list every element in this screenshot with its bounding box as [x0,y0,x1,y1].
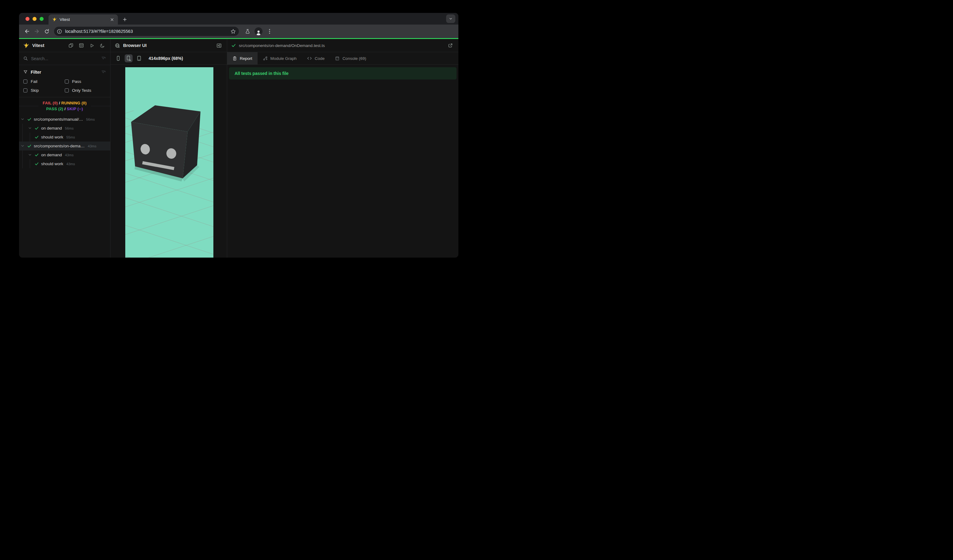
sidebar: Vitest [19,39,110,258]
menu-dots-icon[interactable] [265,26,275,36]
code-icon [307,56,312,61]
run-all-play-icon[interactable] [88,42,95,49]
vitest-logo-icon [23,43,29,48]
tab-label: Report [240,56,252,61]
collapse-panels-icon[interactable] [67,42,75,49]
browser-ui-panel: Browser UI 414x896px [110,39,227,258]
report-panel: src/components/on-demand/OnDemand.test.t… [227,39,458,258]
chevron-down-icon[interactable] [20,118,25,121]
check-icon [27,144,31,148]
forward-icon[interactable] [32,26,42,36]
new-tab-button[interactable] [120,15,129,24]
file-header: src/components/on-demand/OnDemand.test.t… [227,39,458,52]
test-tree-row[interactable]: should work43ms [19,159,110,168]
filter-option-only-tests[interactable]: Only Tests [65,87,106,93]
test-tree-row[interactable]: on demand43ms [19,150,110,159]
browser-ui-title: Browser UI [123,43,147,48]
test-summary: FAIL (0) / RUNNING (0) PASS (2) / SKIP (… [19,97,110,114]
device-phone-plus-icon[interactable] [125,54,133,62]
check-icon [34,126,39,130]
tester-viewport-area [110,65,227,258]
tab-title: Vitest [60,17,107,22]
checkbox[interactable] [23,88,27,92]
tab-label: Console (69) [342,56,366,61]
device-toolbar: 414x896px (68%) [110,52,227,65]
check-icon [34,162,39,166]
filter-option-label: Only Tests [72,88,92,93]
tab-close-icon[interactable] [109,17,115,22]
test-label: on demand [41,126,62,130]
tab-console-69[interactable]: Console (69) [330,52,371,65]
test-tree-row[interactable]: src/components/manual/…56ms [19,115,110,124]
filter-option-label: Fail [31,79,37,84]
tab-label: Module Graph [270,56,297,61]
sidebar-header: Vitest [19,39,110,52]
test-tree-row[interactable]: on demand56ms [19,124,110,133]
checkbox[interactable] [65,88,69,92]
bookmark-star-icon[interactable] [229,27,237,35]
pass-count: PASS (2) [47,107,64,111]
filter-option-label: Pass [72,79,81,84]
tab-search-button[interactable] [446,14,455,23]
device-tablet-icon[interactable] [135,54,143,62]
filter-title: Filter [31,70,98,74]
test-duration: 43ms [65,153,74,157]
toolbar-actions [242,26,275,36]
report-tabs: ReportModule GraphCodeConsole (69) [227,52,458,65]
device-phone-small-icon[interactable] [114,54,122,62]
dark-mode-moon-icon[interactable] [99,42,106,49]
dashboard-icon[interactable] [78,42,85,49]
filter-option-fail[interactable]: Fail [23,78,65,84]
back-icon[interactable] [22,26,32,36]
vitest-ui: Vitest [19,39,458,258]
globe-icon [115,43,120,48]
report-icon [233,56,237,61]
window-controls [19,13,48,25]
site-info-icon[interactable] [56,28,63,35]
tab-module-graph[interactable]: Module Graph [258,52,302,65]
chevron-down-icon[interactable] [20,144,25,148]
browser-tab[interactable]: Vitest [48,14,118,25]
check-icon [34,153,39,157]
clear-filter-icon[interactable] [101,70,106,74]
test-label: src/components/on-dema… [34,144,85,148]
profile-avatar[interactable] [255,27,262,35]
search-input[interactable] [31,56,98,61]
test-label: on demand [41,153,62,157]
reload-icon[interactable] [42,26,51,36]
test-duration: 56ms [65,127,74,130]
test-duration: 43ms [88,144,96,148]
app-title: Vitest [32,43,44,48]
checkbox[interactable] [65,79,69,84]
browser-window: Vitest [19,13,458,258]
chevron-down-icon[interactable] [28,153,32,157]
chevron-down-icon[interactable] [28,127,32,130]
check-icon [27,117,31,121]
tab-report[interactable]: Report [227,52,258,65]
tester-viewport[interactable] [125,67,213,258]
all-tests-passed-banner: All tests passed in this file [229,67,456,79]
checkbox[interactable] [23,79,27,84]
tab-label: Code [315,56,324,61]
filter-option-skip[interactable]: Skip [23,87,65,93]
test-tree: src/components/manual/…56mson demand56ms… [19,115,110,168]
tab-code[interactable]: Code [302,52,330,65]
open-external-icon[interactable] [447,42,454,49]
close-window-button[interactable] [25,17,29,21]
url-text[interactable]: localhost:5173/#/?file=1828625563 [65,29,229,34]
browser-ui-header: Browser UI [110,39,227,52]
maximize-window-button[interactable] [40,17,43,21]
url-bar[interactable]: localhost:5173/#/?file=1828625563 [54,27,239,36]
test-duration: 55ms [66,135,75,139]
clear-filter-icon[interactable] [101,56,106,61]
dock-panel-icon[interactable] [215,42,223,49]
minimize-window-button[interactable] [33,17,37,21]
running-count: RUNNING (0) [61,101,87,105]
test-tree-row[interactable]: should work55ms [19,133,110,141]
browser-toolbar: localhost:5173/#/?file=1828625563 [19,25,458,38]
experiments-flask-icon[interactable] [242,26,252,36]
filter-option-pass[interactable]: Pass [65,78,106,84]
test-tree-row[interactable]: src/components/on-dema…43ms [19,141,110,150]
desktop: Vitest [0,0,476,280]
tab-strip: Vitest [19,13,458,25]
